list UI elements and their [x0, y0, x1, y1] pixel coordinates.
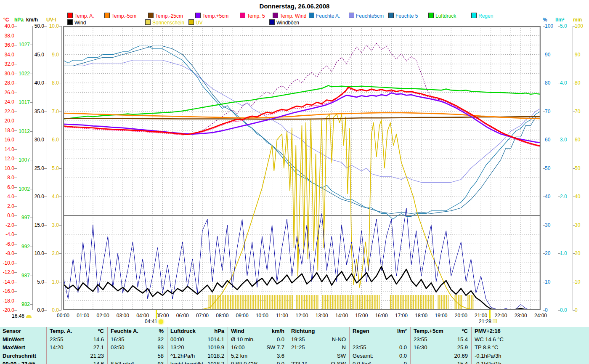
axis-tick-label-uv: 1.0 [52, 279, 59, 285]
legend-label: Temp. A. [74, 13, 94, 19]
table-value: 14.6 [93, 360, 104, 364]
sunrise-sun-icon [159, 319, 163, 324]
axis-tick-label-min: 50 [575, 165, 580, 171]
axis-tick [14, 310, 17, 311]
table-value: O-SW [331, 360, 346, 364]
axis-tick-label-tempC: 16.0 [5, 137, 14, 143]
axis-tick-label-tempC: -18.0 [3, 298, 14, 304]
x-tick-label: 02:00 [97, 313, 109, 319]
axis-tick-label-tempC: 10.0 [5, 165, 14, 171]
table-col-name: Feuchte A. [111, 327, 138, 335]
legend-label: Sonnenschein [152, 20, 184, 26]
axis-line-uv [61, 26, 62, 310]
table-cell: 23:5514.6 [46, 335, 107, 343]
x-tick-label: 09:00 [236, 313, 249, 319]
axis-tick [14, 112, 17, 112]
axis-tick [59, 55, 61, 55]
table-value: 15.4 [457, 360, 468, 364]
axis-tick-label-lm2: 0.0 [560, 307, 567, 313]
axis-tick-label-pct: 100 [545, 23, 553, 29]
axis-tick-label-tempC: -2.0 [5, 222, 14, 228]
axis-tick [30, 218, 32, 218]
axis-tick-label-tempC: 12.0 [5, 156, 14, 162]
legend-swatch-icon [67, 13, 73, 18]
x-tick-label: 15:00 [355, 313, 368, 319]
legend-item-feuchte5cm: Feuchte5cm [349, 13, 384, 19]
axis-tick [14, 206, 17, 207]
axis-tick-label-pct: 20 [545, 250, 550, 256]
axis-unit-kmh: km/h [26, 17, 38, 23]
legend-swatch-icon [104, 13, 110, 18]
table-value-time: 23:55 [50, 335, 64, 343]
table-value: 0.0 [277, 360, 284, 364]
table-cell: Regenl/m² [349, 327, 410, 335]
axis-tick [14, 272, 17, 273]
table-cell: Richtung [288, 327, 349, 335]
axis-tick [14, 187, 17, 188]
table-cell: 0 Bft 0 CW0.0 [228, 360, 288, 364]
table-value-time: 00:00 [170, 335, 184, 343]
axis-tick-label-tempC: -6.0 [5, 241, 14, 247]
axis-tick-label-uv: 7.0 [52, 109, 59, 114]
axis-tick-label-hpa: 1002 [19, 186, 30, 192]
axis-tick-label-uv: 4.0 [52, 194, 59, 199]
table-value-time: 0 Bft 0 CW [231, 360, 257, 364]
axis-tick [44, 253, 47, 254]
table-value: 32 [158, 335, 164, 343]
table-col-unit: l/m² [397, 327, 407, 335]
legend-label: Luftdruck [435, 13, 456, 19]
x-tick-label: 23:00 [515, 313, 527, 319]
x-tick-label: 21:00 [475, 313, 487, 319]
table-cell: 14:2027.1 [46, 343, 107, 351]
axis-tick-label-hpa: 1022 [19, 71, 30, 77]
axis-tick [14, 197, 17, 197]
axis-tick [44, 112, 47, 112]
table-cell: 16:00SW 7.7 [228, 343, 288, 351]
table-cell: LuftdruckhPa [167, 327, 228, 335]
axis-tick-label-kmh: 45.0 [34, 52, 44, 58]
axis-tick-label-uv: 10.0 [49, 23, 59, 29]
table-value: N [342, 343, 346, 351]
table-cell: Temp. A.°C [46, 327, 107, 335]
table-value: 3.6 [277, 352, 284, 360]
axis-tick-label-kmh: 35.0 [34, 109, 44, 114]
table-cell: 5,2 km3.6 [228, 352, 288, 360]
axis-tick [14, 149, 17, 150]
legend-swatch-icon [145, 19, 151, 25]
axis-tick-label-pct: 80 [545, 80, 550, 86]
x-tick-label: 01:00 [77, 313, 89, 319]
table-cell: 03:5093 [107, 343, 167, 351]
axis-unit-min: min [573, 17, 582, 23]
table-col-unit: hPa [214, 327, 224, 335]
axis-tick-label-lm2: 5.0 [560, 23, 567, 29]
legend-label: Feuchte5cm [356, 13, 384, 19]
axis-tick-label-min: 40 [575, 194, 580, 199]
table-col-name: Richtung [291, 327, 315, 335]
table-value: 1014.1 [207, 335, 224, 343]
axis-tick [30, 276, 32, 276]
axis-tick [30, 45, 32, 45]
table-value-time: 21:25 [291, 343, 305, 351]
legend-item-windb-en: Windböen [269, 19, 299, 25]
axis-tick [30, 74, 32, 74]
legend-swatch-icon [240, 13, 245, 18]
table-value-time: 16:35 [111, 335, 125, 343]
axis-tick-label-tempC: 38.0 [5, 33, 14, 39]
table-value: 0.0 [399, 343, 407, 351]
legend-item-feuchte-a-: Feuchte A. [309, 13, 340, 19]
axis-tick [44, 26, 47, 27]
table-cell: 15.4 [410, 360, 471, 364]
axis-tick [14, 215, 17, 216]
table-row-label: MinWert [0, 335, 49, 343]
table-value-time: 0.0 l/m² [353, 360, 371, 364]
axis-tick-label-tempC: 40.0 [5, 23, 14, 29]
axis-tick [14, 263, 17, 263]
table-cell: Windkm/h [228, 327, 288, 335]
legend-label: UV [196, 20, 203, 26]
axis-tick [44, 55, 47, 55]
legend-swatch-icon [67, 19, 73, 25]
axis-tick-label-lm2: 2.0 [560, 194, 567, 199]
table-value-time: 19:35 [291, 335, 305, 343]
table-cell: 20.69 [410, 352, 471, 360]
axis-tick [44, 310, 47, 311]
